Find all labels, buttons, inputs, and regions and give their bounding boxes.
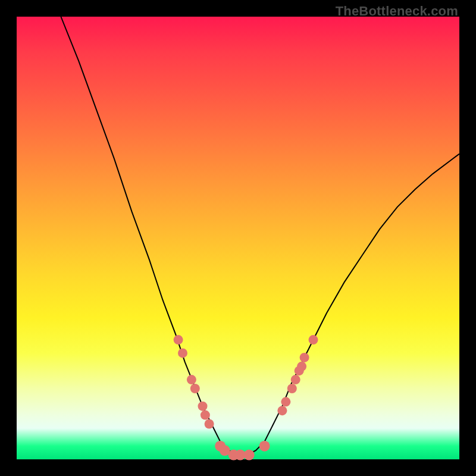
data-point (244, 450, 255, 461)
marker-layer (174, 335, 318, 461)
plot-svg (17, 17, 459, 459)
data-point (190, 384, 200, 393)
data-point (187, 375, 196, 384)
data-point (205, 419, 214, 429)
bottleneck-curve (61, 17, 459, 455)
data-point (287, 384, 297, 393)
watermark-text: TheBottleneck.com (336, 4, 458, 19)
data-point (201, 411, 210, 420)
data-point (277, 406, 287, 415)
data-point (297, 362, 306, 371)
data-point (259, 441, 270, 452)
data-point (300, 353, 309, 362)
data-point (198, 402, 208, 411)
chart-area (17, 17, 459, 459)
data-point (178, 348, 187, 358)
data-point (309, 335, 318, 345)
data-point (281, 397, 290, 406)
data-point (291, 375, 300, 384)
data-point (174, 335, 183, 345)
